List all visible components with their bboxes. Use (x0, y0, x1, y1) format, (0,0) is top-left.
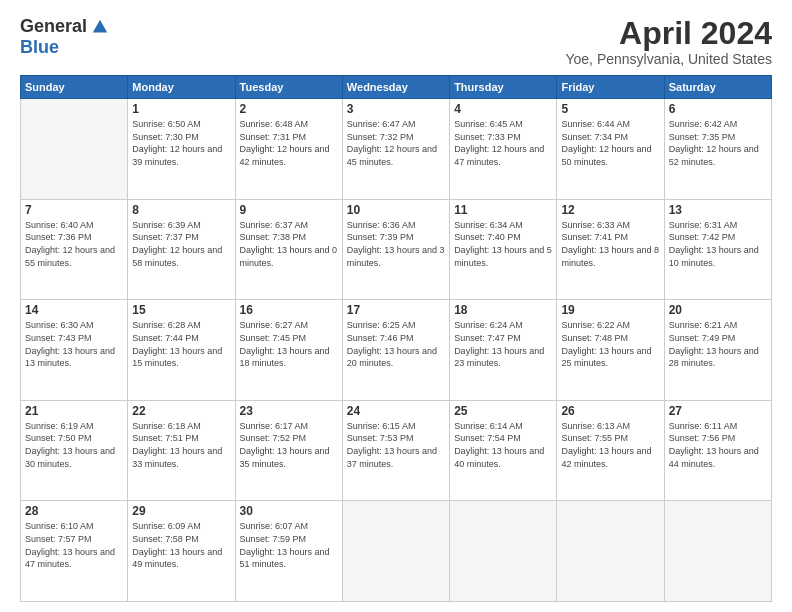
calendar: SundayMondayTuesdayWednesdayThursdayFrid… (20, 75, 772, 602)
calendar-cell: 25Sunrise: 6:14 AMSunset: 7:54 PMDayligh… (450, 400, 557, 501)
cell-info: Sunrise: 6:24 AMSunset: 7:47 PMDaylight:… (454, 319, 552, 369)
day-number: 17 (347, 303, 445, 317)
day-number: 12 (561, 203, 659, 217)
day-number: 15 (132, 303, 230, 317)
calendar-cell: 3Sunrise: 6:47 AMSunset: 7:32 PMDaylight… (342, 99, 449, 200)
cell-info: Sunrise: 6:42 AMSunset: 7:35 PMDaylight:… (669, 118, 767, 168)
calendar-cell: 20Sunrise: 6:21 AMSunset: 7:49 PMDayligh… (664, 300, 771, 401)
day-number: 7 (25, 203, 123, 217)
day-header-wednesday: Wednesday (342, 76, 449, 99)
cell-info: Sunrise: 6:31 AMSunset: 7:42 PMDaylight:… (669, 219, 767, 269)
header: General Blue April 2024 Yoe, Pennsylvani… (20, 16, 772, 67)
day-number: 27 (669, 404, 767, 418)
day-header-tuesday: Tuesday (235, 76, 342, 99)
calendar-cell (450, 501, 557, 602)
cell-info: Sunrise: 6:19 AMSunset: 7:50 PMDaylight:… (25, 420, 123, 470)
day-number: 10 (347, 203, 445, 217)
day-header-thursday: Thursday (450, 76, 557, 99)
title-block: April 2024 Yoe, Pennsylvania, United Sta… (565, 16, 772, 67)
cell-info: Sunrise: 6:39 AMSunset: 7:37 PMDaylight:… (132, 219, 230, 269)
calendar-cell: 16Sunrise: 6:27 AMSunset: 7:45 PMDayligh… (235, 300, 342, 401)
cell-info: Sunrise: 6:10 AMSunset: 7:57 PMDaylight:… (25, 520, 123, 570)
week-row-3: 21Sunrise: 6:19 AMSunset: 7:50 PMDayligh… (21, 400, 772, 501)
calendar-cell: 2Sunrise: 6:48 AMSunset: 7:31 PMDaylight… (235, 99, 342, 200)
day-number: 9 (240, 203, 338, 217)
calendar-cell: 12Sunrise: 6:33 AMSunset: 7:41 PMDayligh… (557, 199, 664, 300)
day-number: 14 (25, 303, 123, 317)
calendar-cell: 19Sunrise: 6:22 AMSunset: 7:48 PMDayligh… (557, 300, 664, 401)
day-number: 16 (240, 303, 338, 317)
cell-info: Sunrise: 6:07 AMSunset: 7:59 PMDaylight:… (240, 520, 338, 570)
day-number: 22 (132, 404, 230, 418)
cell-info: Sunrise: 6:25 AMSunset: 7:46 PMDaylight:… (347, 319, 445, 369)
calendar-cell: 13Sunrise: 6:31 AMSunset: 7:42 PMDayligh… (664, 199, 771, 300)
day-number: 4 (454, 102, 552, 116)
calendar-cell: 28Sunrise: 6:10 AMSunset: 7:57 PMDayligh… (21, 501, 128, 602)
day-number: 23 (240, 404, 338, 418)
day-number: 29 (132, 504, 230, 518)
day-number: 8 (132, 203, 230, 217)
week-row-2: 14Sunrise: 6:30 AMSunset: 7:43 PMDayligh… (21, 300, 772, 401)
calendar-cell (342, 501, 449, 602)
month-title: April 2024 (565, 16, 772, 51)
week-row-4: 28Sunrise: 6:10 AMSunset: 7:57 PMDayligh… (21, 501, 772, 602)
cell-info: Sunrise: 6:18 AMSunset: 7:51 PMDaylight:… (132, 420, 230, 470)
day-number: 18 (454, 303, 552, 317)
cell-info: Sunrise: 6:47 AMSunset: 7:32 PMDaylight:… (347, 118, 445, 168)
cell-info: Sunrise: 6:45 AMSunset: 7:33 PMDaylight:… (454, 118, 552, 168)
calendar-cell: 9Sunrise: 6:37 AMSunset: 7:38 PMDaylight… (235, 199, 342, 300)
cell-info: Sunrise: 6:33 AMSunset: 7:41 PMDaylight:… (561, 219, 659, 269)
logo-icon (91, 18, 109, 36)
day-number: 25 (454, 404, 552, 418)
cell-info: Sunrise: 6:21 AMSunset: 7:49 PMDaylight:… (669, 319, 767, 369)
day-number: 3 (347, 102, 445, 116)
calendar-header-row: SundayMondayTuesdayWednesdayThursdayFrid… (21, 76, 772, 99)
calendar-cell (664, 501, 771, 602)
day-number: 5 (561, 102, 659, 116)
week-row-0: 1Sunrise: 6:50 AMSunset: 7:30 PMDaylight… (21, 99, 772, 200)
calendar-cell: 4Sunrise: 6:45 AMSunset: 7:33 PMDaylight… (450, 99, 557, 200)
logo-general-text: General (20, 16, 87, 37)
calendar-cell: 5Sunrise: 6:44 AMSunset: 7:34 PMDaylight… (557, 99, 664, 200)
cell-info: Sunrise: 6:27 AMSunset: 7:45 PMDaylight:… (240, 319, 338, 369)
day-header-saturday: Saturday (664, 76, 771, 99)
calendar-cell: 24Sunrise: 6:15 AMSunset: 7:53 PMDayligh… (342, 400, 449, 501)
calendar-cell: 30Sunrise: 6:07 AMSunset: 7:59 PMDayligh… (235, 501, 342, 602)
day-number: 28 (25, 504, 123, 518)
calendar-cell: 23Sunrise: 6:17 AMSunset: 7:52 PMDayligh… (235, 400, 342, 501)
cell-info: Sunrise: 6:36 AMSunset: 7:39 PMDaylight:… (347, 219, 445, 269)
calendar-cell: 15Sunrise: 6:28 AMSunset: 7:44 PMDayligh… (128, 300, 235, 401)
calendar-cell: 11Sunrise: 6:34 AMSunset: 7:40 PMDayligh… (450, 199, 557, 300)
cell-info: Sunrise: 6:13 AMSunset: 7:55 PMDaylight:… (561, 420, 659, 470)
day-header-friday: Friday (557, 76, 664, 99)
logo-blue-text: Blue (20, 37, 59, 58)
cell-info: Sunrise: 6:40 AMSunset: 7:36 PMDaylight:… (25, 219, 123, 269)
day-number: 21 (25, 404, 123, 418)
calendar-cell: 10Sunrise: 6:36 AMSunset: 7:39 PMDayligh… (342, 199, 449, 300)
week-row-1: 7Sunrise: 6:40 AMSunset: 7:36 PMDaylight… (21, 199, 772, 300)
day-number: 20 (669, 303, 767, 317)
day-number: 30 (240, 504, 338, 518)
svg-marker-0 (93, 19, 107, 32)
day-number: 26 (561, 404, 659, 418)
calendar-cell: 14Sunrise: 6:30 AMSunset: 7:43 PMDayligh… (21, 300, 128, 401)
cell-info: Sunrise: 6:28 AMSunset: 7:44 PMDaylight:… (132, 319, 230, 369)
cell-info: Sunrise: 6:15 AMSunset: 7:53 PMDaylight:… (347, 420, 445, 470)
cell-info: Sunrise: 6:22 AMSunset: 7:48 PMDaylight:… (561, 319, 659, 369)
calendar-cell: 1Sunrise: 6:50 AMSunset: 7:30 PMDaylight… (128, 99, 235, 200)
cell-info: Sunrise: 6:14 AMSunset: 7:54 PMDaylight:… (454, 420, 552, 470)
calendar-cell: 7Sunrise: 6:40 AMSunset: 7:36 PMDaylight… (21, 199, 128, 300)
cell-info: Sunrise: 6:09 AMSunset: 7:58 PMDaylight:… (132, 520, 230, 570)
day-number: 11 (454, 203, 552, 217)
calendar-cell: 21Sunrise: 6:19 AMSunset: 7:50 PMDayligh… (21, 400, 128, 501)
day-header-monday: Monday (128, 76, 235, 99)
calendar-cell (557, 501, 664, 602)
day-number: 1 (132, 102, 230, 116)
calendar-cell: 29Sunrise: 6:09 AMSunset: 7:58 PMDayligh… (128, 501, 235, 602)
cell-info: Sunrise: 6:34 AMSunset: 7:40 PMDaylight:… (454, 219, 552, 269)
cell-info: Sunrise: 6:17 AMSunset: 7:52 PMDaylight:… (240, 420, 338, 470)
day-number: 24 (347, 404, 445, 418)
cell-info: Sunrise: 6:30 AMSunset: 7:43 PMDaylight:… (25, 319, 123, 369)
day-number: 13 (669, 203, 767, 217)
calendar-cell: 26Sunrise: 6:13 AMSunset: 7:55 PMDayligh… (557, 400, 664, 501)
